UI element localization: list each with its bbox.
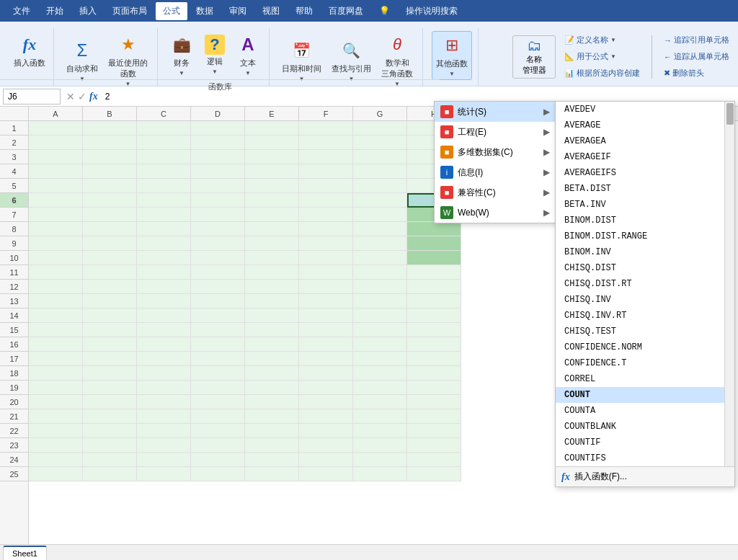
- menu-item-compat[interactable]: ■ 兼容性(C) ▶: [435, 182, 556, 203]
- list-item[interactable]: CHISQ.INV: [556, 292, 734, 308]
- scrollbar[interactable]: [724, 102, 734, 466]
- cell-g7[interactable]: [353, 208, 407, 222]
- row-header-4[interactable]: 4: [0, 164, 28, 179]
- cell-b7[interactable]: [83, 208, 137, 222]
- cell-h11[interactable]: [407, 265, 461, 280]
- cell-d12[interactable]: [191, 280, 245, 294]
- menu-view[interactable]: 视图: [255, 2, 287, 20]
- cell-f18[interactable]: [299, 366, 353, 381]
- cell-c3[interactable]: [137, 150, 191, 164]
- cell-a2[interactable]: [29, 135, 83, 150]
- cell-b3[interactable]: [83, 150, 137, 164]
- cell-h8[interactable]: [407, 222, 461, 236]
- row-header-1[interactable]: 1: [0, 121, 28, 135]
- cell-b6[interactable]: [83, 193, 137, 208]
- cell-f2[interactable]: [299, 135, 353, 150]
- cell-e12[interactable]: [245, 280, 299, 294]
- row-header-5[interactable]: 5: [0, 179, 28, 193]
- list-item[interactable]: COUNTIFS: [556, 450, 734, 466]
- cell-e4[interactable]: [245, 164, 299, 179]
- menu-item-engineering[interactable]: ■ 工程(E) ▶: [435, 122, 556, 142]
- cell-d1[interactable]: [191, 121, 245, 135]
- cell-b11[interactable]: [83, 265, 137, 280]
- cell-a15[interactable]: [29, 323, 83, 337]
- autosum-button[interactable]: Σ 自动求和 ▼: [63, 37, 102, 84]
- row-header-18[interactable]: 18: [0, 366, 28, 381]
- list-item[interactable]: BINOM.DIST: [556, 213, 734, 228]
- cell-a4[interactable]: [29, 164, 83, 179]
- cell-a8[interactable]: [29, 222, 83, 236]
- cell-h15[interactable]: [407, 323, 461, 337]
- cell-a16[interactable]: [29, 337, 83, 352]
- cell-g8[interactable]: [353, 222, 407, 236]
- list-item[interactable]: CORREL: [556, 371, 734, 387]
- cell-d16[interactable]: [191, 337, 245, 352]
- cell-e2[interactable]: [245, 135, 299, 150]
- cell-h25[interactable]: [407, 467, 461, 481]
- cell-c8[interactable]: [137, 222, 191, 236]
- col-header-e[interactable]: E: [245, 107, 299, 120]
- cell-d4[interactable]: [191, 164, 245, 179]
- cell-d23[interactable]: [191, 438, 245, 453]
- cell-f8[interactable]: [299, 222, 353, 236]
- cell-d6[interactable]: [191, 193, 245, 208]
- use-in-formula-button[interactable]: 📐 用于公式 ▼: [561, 50, 643, 63]
- cell-d22[interactable]: [191, 424, 245, 438]
- row-header-16[interactable]: 16: [0, 337, 28, 352]
- row-header-10[interactable]: 10: [0, 251, 28, 265]
- cell-b16[interactable]: [83, 337, 137, 352]
- cell-d20[interactable]: [191, 395, 245, 409]
- cell-c17[interactable]: [137, 352, 191, 366]
- cell-d5[interactable]: [191, 179, 245, 193]
- cell-e17[interactable]: [245, 352, 299, 366]
- row-header-7[interactable]: 7: [0, 208, 28, 222]
- list-item[interactable]: BINOM.INV: [556, 244, 734, 260]
- cell-b13[interactable]: [83, 294, 137, 308]
- cell-d8[interactable]: [191, 222, 245, 236]
- cell-b9[interactable]: [83, 236, 137, 251]
- col-header-d[interactable]: D: [191, 107, 245, 120]
- cell-g15[interactable]: [353, 323, 407, 337]
- cell-b17[interactable]: [83, 352, 137, 366]
- cell-g12[interactable]: [353, 280, 407, 294]
- other-functions-button[interactable]: ⊞ 其他函数 ▼: [432, 31, 472, 80]
- cell-a7[interactable]: [29, 208, 83, 222]
- cell-h13[interactable]: [407, 294, 461, 308]
- cell-b19[interactable]: [83, 381, 137, 395]
- cell-f3[interactable]: [299, 150, 353, 164]
- cell-e16[interactable]: [245, 337, 299, 352]
- list-item[interactable]: AVERAGEA: [556, 133, 734, 149]
- cell-h17[interactable]: [407, 352, 461, 366]
- menu-file[interactable]: 文件: [6, 2, 37, 20]
- cell-c1[interactable]: [137, 121, 191, 135]
- cell-e14[interactable]: [245, 308, 299, 323]
- cell-d17[interactable]: [191, 352, 245, 366]
- define-name-button[interactable]: 📝 定义名称 ▼: [561, 33, 643, 47]
- row-header-19[interactable]: 19: [0, 381, 28, 395]
- trace-precedents-button[interactable]: → 追踪引用单元格: [661, 33, 732, 47]
- cell-c13[interactable]: [137, 294, 191, 308]
- row-header-14[interactable]: 14: [0, 308, 28, 323]
- cell-a13[interactable]: [29, 294, 83, 308]
- cell-g14[interactable]: [353, 308, 407, 323]
- cell-f23[interactable]: [299, 438, 353, 453]
- col-header-b[interactable]: B: [83, 107, 137, 120]
- menu-insert[interactable]: 插入: [72, 2, 104, 20]
- cell-f4[interactable]: [299, 164, 353, 179]
- cell-d25[interactable]: [191, 467, 245, 481]
- list-item[interactable]: CHISQ.INV.RT: [556, 308, 734, 324]
- cell-e10[interactable]: [245, 251, 299, 265]
- cell-b23[interactable]: [83, 438, 137, 453]
- list-item[interactable]: BETA.INV: [556, 197, 734, 213]
- cell-c21[interactable]: [137, 409, 191, 424]
- cell-h21[interactable]: [407, 409, 461, 424]
- cell-e21[interactable]: [245, 409, 299, 424]
- cell-c18[interactable]: [137, 366, 191, 381]
- cell-d2[interactable]: [191, 135, 245, 150]
- cell-b2[interactable]: [83, 135, 137, 150]
- cell-d11[interactable]: [191, 265, 245, 280]
- cell-d9[interactable]: [191, 236, 245, 251]
- cell-c22[interactable]: [137, 424, 191, 438]
- row-header-23[interactable]: 23: [0, 438, 28, 453]
- cell-a11[interactable]: [29, 265, 83, 280]
